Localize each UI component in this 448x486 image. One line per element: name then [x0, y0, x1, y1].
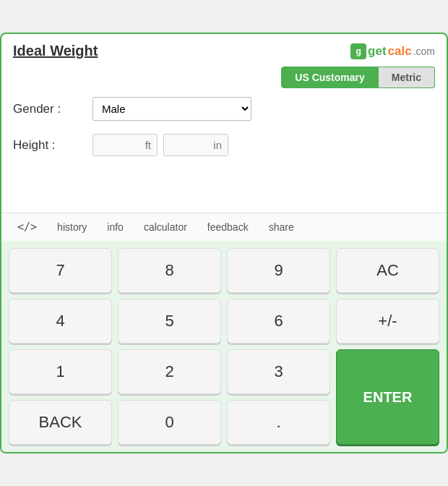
height-in-input[interactable]: [163, 134, 228, 156]
tab-info[interactable]: info: [97, 214, 134, 240]
key-dot[interactable]: .: [227, 400, 330, 445]
gender-select[interactable]: Male Female: [92, 97, 251, 121]
header-bar: Ideal Weight g getcalc.com: [1, 34, 447, 62]
height-label: Height :: [13, 138, 92, 153]
brand-com: .com: [413, 46, 435, 57]
form-area: Gender : Male Female Height :: [1, 93, 447, 213]
key-3[interactable]: 3: [227, 349, 330, 394]
unit-toggle-group: US Customary Metric: [1, 62, 447, 93]
key-7[interactable]: 7: [9, 248, 112, 293]
tab-history[interactable]: history: [47, 214, 97, 240]
nav-tabs: </> history info calculator feedback sha…: [1, 213, 447, 241]
key-plusminus[interactable]: +/-: [336, 299, 439, 344]
key-back[interactable]: BACK: [9, 400, 112, 445]
key-0[interactable]: 0: [118, 400, 221, 445]
brand-logo: g getcalc.com: [350, 43, 435, 59]
height-control: [92, 134, 435, 156]
tab-feedback[interactable]: feedback: [197, 214, 259, 240]
gender-row: Gender : Male Female: [13, 97, 435, 121]
height-ft-input[interactable]: [92, 134, 158, 156]
key-2[interactable]: 2: [118, 349, 221, 394]
calculator-app: Ideal Weight g getcalc.com US Customary …: [0, 33, 448, 453]
gender-control: Male Female: [92, 97, 435, 121]
key-ac[interactable]: AC: [336, 248, 439, 293]
tab-code[interactable]: </>: [7, 213, 47, 241]
key-4[interactable]: 4: [9, 299, 112, 344]
key-6[interactable]: 6: [227, 299, 330, 344]
us-customary-button[interactable]: US Customary: [281, 67, 378, 88]
key-5[interactable]: 5: [118, 299, 221, 344]
brand-icon: g: [350, 43, 366, 59]
height-row: Height :: [13, 134, 435, 156]
brand-get: get: [368, 44, 387, 59]
brand-calc: calc: [388, 44, 412, 59]
key-8[interactable]: 8: [118, 248, 221, 293]
key-1[interactable]: 1: [9, 349, 112, 394]
key-9[interactable]: 9: [227, 248, 330, 293]
tab-share[interactable]: share: [259, 214, 304, 240]
tab-calculator[interactable]: calculator: [134, 214, 197, 240]
app-title: Ideal Weight: [13, 43, 98, 59]
gender-label: Gender :: [13, 102, 92, 116]
key-enter[interactable]: ENTER: [336, 349, 439, 445]
keypad: 7 8 9 AC 4 5 6 +/- 1 2 3 ENTER BACK 0 .: [1, 241, 447, 452]
metric-button[interactable]: Metric: [379, 67, 435, 88]
